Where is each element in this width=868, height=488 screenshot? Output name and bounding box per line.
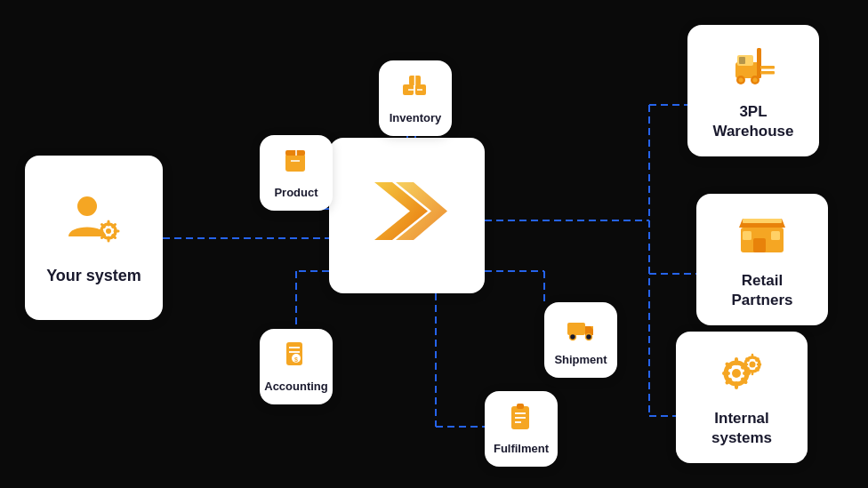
svg-rect-48 <box>760 71 775 75</box>
retail-card: Retail Partners <box>696 194 828 325</box>
forklift-icon <box>728 40 778 93</box>
svg-rect-59 <box>743 219 782 223</box>
clipboard-icon <box>505 401 537 436</box>
svg-point-38 <box>570 334 576 340</box>
svg-rect-57 <box>743 231 751 240</box>
user-gear-icon <box>64 190 125 254</box>
product-label: Product <box>274 186 317 201</box>
svg-point-21 <box>106 228 111 234</box>
svg-point-19 <box>77 196 97 216</box>
svg-rect-54 <box>739 57 745 64</box>
svg-point-61 <box>732 369 741 378</box>
inventory-card: Inventory <box>379 60 452 136</box>
package-icon <box>280 145 312 180</box>
svg-point-63 <box>750 361 756 367</box>
warehouse-card: 3PL Warehouse <box>687 25 819 156</box>
svg-rect-56 <box>753 238 766 252</box>
gears-icon <box>717 347 767 400</box>
your-system-card: Your system <box>25 156 163 320</box>
svg-point-39 <box>586 334 592 340</box>
hub-card <box>329 138 485 293</box>
fulfilment-label: Fulfilment <box>494 442 549 457</box>
dollar-icon: $ <box>280 339 312 374</box>
svg-point-52 <box>753 77 758 82</box>
svg-rect-28 <box>285 154 305 172</box>
fulfilment-card: Fulfilment <box>485 391 558 467</box>
diagram-container: Your system <box>0 0 868 488</box>
chevron-icon <box>367 178 447 248</box>
your-system-label: Your system <box>46 267 141 285</box>
warehouse-label: 3PL Warehouse <box>712 102 793 141</box>
retail-label: Retail Partners <box>732 271 793 310</box>
svg-rect-29 <box>285 150 305 156</box>
accounting-card: $ Accounting <box>260 329 333 404</box>
svg-rect-58 <box>771 231 780 240</box>
svg-rect-41 <box>517 404 524 409</box>
truck-icon <box>565 312 597 348</box>
inventory-label: Inventory <box>390 111 442 126</box>
store-icon <box>737 209 787 262</box>
boxes-icon <box>399 70 431 106</box>
svg-rect-47 <box>760 66 775 69</box>
internal-label: Internal systems <box>711 409 772 448</box>
svg-point-50 <box>739 77 743 82</box>
internal-card: Internal systems <box>676 332 808 463</box>
shipment-card: Shipment <box>544 302 617 378</box>
product-card: Product <box>260 135 333 211</box>
svg-rect-37 <box>567 323 585 335</box>
accounting-label: Accounting <box>264 380 328 395</box>
shipment-label: Shipment <box>554 353 607 368</box>
svg-text:$: $ <box>294 356 298 364</box>
